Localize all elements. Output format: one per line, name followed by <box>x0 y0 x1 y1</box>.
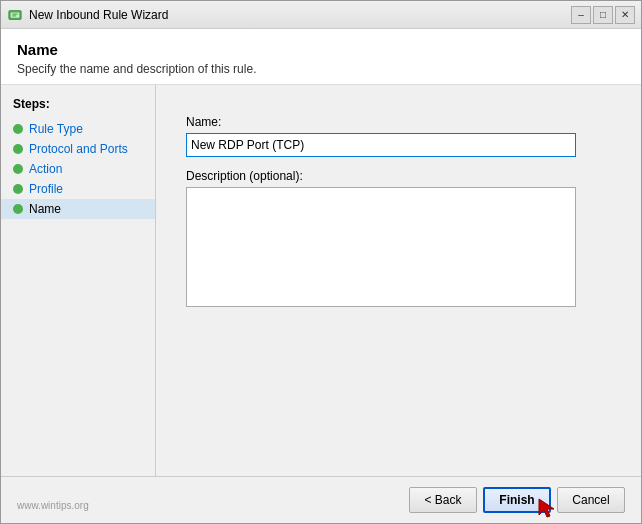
back-button[interactable]: < Back <box>409 487 477 513</box>
finish-button[interactable]: Finish <box>483 487 551 513</box>
sidebar-item-rule-type[interactable]: Rule Type <box>1 119 155 139</box>
main-body: Steps: Rule Type Protocol and Ports Acti… <box>1 85 641 476</box>
footer: www.wintips.org < Back Finish Cancel <box>1 476 641 523</box>
maximize-button[interactable]: □ <box>593 6 613 24</box>
page-subtitle: Specify the name and description of this… <box>17 62 625 76</box>
minimize-button[interactable]: – <box>571 6 591 24</box>
step-label-protocol-ports: Protocol and Ports <box>29 142 128 156</box>
description-input[interactable] <box>186 187 576 307</box>
sidebar-item-profile[interactable]: Profile <box>1 179 155 199</box>
step-label-action: Action <box>29 162 62 176</box>
name-input[interactable] <box>186 133 576 157</box>
right-panel: Name: Description (optional): <box>156 85 641 476</box>
sidebar-item-name[interactable]: Name <box>1 199 155 219</box>
sidebar-item-protocol-ports[interactable]: Protocol and Ports <box>1 139 155 159</box>
title-bar: New Inbound Rule Wizard – □ ✕ <box>1 1 641 29</box>
name-label: Name: <box>186 115 611 129</box>
wizard-window: New Inbound Rule Wizard – □ ✕ Name Speci… <box>0 0 642 524</box>
sidebar-item-action[interactable]: Action <box>1 159 155 179</box>
window-controls: – □ ✕ <box>571 6 635 24</box>
description-field-group: Description (optional): <box>186 169 611 307</box>
watermark: www.wintips.org <box>17 500 93 513</box>
step-dot-action <box>13 164 23 174</box>
step-dot-name <box>13 204 23 214</box>
step-label-profile: Profile <box>29 182 63 196</box>
step-dot-protocol-ports <box>13 144 23 154</box>
step-dot-rule-type <box>13 124 23 134</box>
footer-buttons: < Back Finish Cancel <box>409 487 625 513</box>
page-title: Name <box>17 41 625 58</box>
window-title: New Inbound Rule Wizard <box>29 8 571 22</box>
close-button[interactable]: ✕ <box>615 6 635 24</box>
cancel-button[interactable]: Cancel <box>557 487 625 513</box>
step-dot-profile <box>13 184 23 194</box>
footer-row: www.wintips.org < Back Finish Cancel <box>17 487 625 513</box>
page-header: Name Specify the name and description of… <box>1 29 641 85</box>
sidebar: Steps: Rule Type Protocol and Ports Acti… <box>1 85 156 476</box>
svg-marker-4 <box>539 499 554 517</box>
svg-rect-1 <box>11 12 20 17</box>
window-icon <box>7 7 23 23</box>
description-label: Description (optional): <box>186 169 611 183</box>
name-field-group: Name: <box>186 115 611 157</box>
steps-label: Steps: <box>1 97 155 119</box>
step-label-name: Name <box>29 202 61 216</box>
step-label-rule-type: Rule Type <box>29 122 83 136</box>
